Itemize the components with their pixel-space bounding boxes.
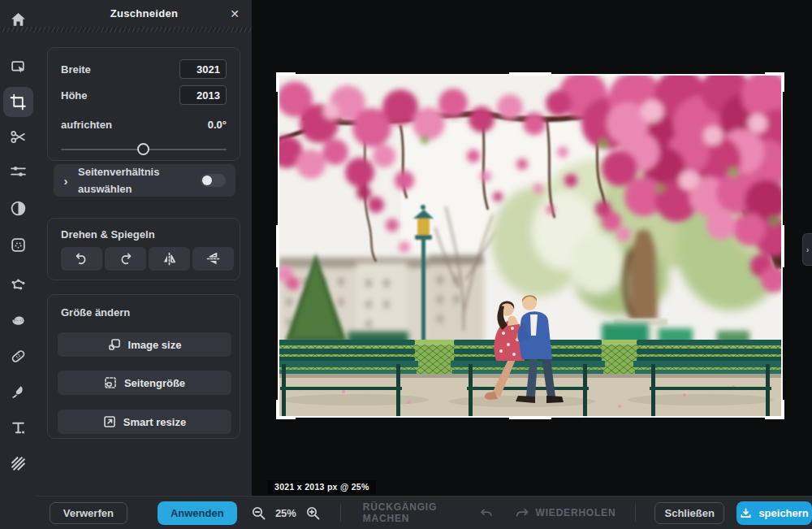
panel-title: Zuschneiden [110, 7, 178, 20]
download-icon [740, 507, 752, 519]
chevron-right-icon: › [806, 245, 810, 254]
panel-perforation-divider [0, 27, 252, 33]
flip-vertical-button[interactable] [192, 247, 234, 271]
redo-label: WIEDERHOLEN [536, 507, 616, 518]
spiral-icon [10, 312, 27, 329]
image-size-button[interactable]: Image size [58, 332, 231, 357]
page-size-icon [104, 376, 117, 389]
rotate-left-icon [75, 252, 89, 266]
draw-tool-button[interactable] [0, 375, 37, 408]
undo-button[interactable]: RÜCKGÄNGIG MACHEN [363, 501, 492, 524]
crop-tool-button[interactable] [0, 85, 37, 118]
editor-canvas: 3021 x 2013 px @ 25% › [252, 0, 812, 496]
chevron-right-icon: › [54, 174, 78, 188]
image-size-icon [108, 338, 121, 351]
straighten-slider[interactable] [61, 143, 227, 156]
zoom-in-icon [305, 505, 321, 521]
right-panel-collapse-tab[interactable]: › [802, 233, 812, 266]
close-icon[interactable]: ✕ [226, 5, 244, 23]
crop-handle-left[interactable] [276, 225, 279, 267]
zoom-controls: 25% [251, 505, 321, 521]
page-size-button[interactable]: Seitengröße [58, 371, 231, 395]
rotate-left-button[interactable] [61, 247, 102, 271]
width-input[interactable] [179, 59, 227, 79]
rotate-right-icon [119, 252, 132, 266]
redo-icon [516, 508, 529, 518]
panel-header: Zuschneiden ✕ [37, 0, 252, 27]
crop-tool-panel: Zuschneiden ✕ Breite Höhe aufrichten 0.0… [37, 0, 252, 496]
brush-icon [10, 384, 27, 401]
save-button-label: speichern [758, 507, 808, 519]
effects-tool-button[interactable] [0, 268, 37, 301]
width-label: Breite [61, 63, 91, 76]
aspect-ratio-toggle[interactable] [201, 174, 226, 187]
height-input[interactable] [179, 85, 227, 105]
arrange-tool-button[interactable] [0, 50, 37, 83]
zoom-out-button[interactable] [251, 505, 266, 521]
crop-icon [10, 93, 27, 111]
rotate-flip-label: Drehen & Spiegeln [61, 228, 155, 241]
crop-handle-bottom-left[interactable] [276, 400, 296, 419]
flip-vertical-icon [206, 252, 220, 266]
hatch-icon [10, 455, 27, 472]
resize-card: Größe ändern Image size Seitengröße Smar… [47, 294, 240, 439]
aspect-ratio-row[interactable]: › Seitenverhältnis auswählen [54, 164, 235, 197]
discard-button[interactable]: Verwerfen [50, 502, 127, 524]
app-window: 3021 x 2013 px @ 25% › Zuschneiden ✕ Bre… [0, 0, 812, 529]
scissors-icon [10, 128, 27, 145]
rotate-flip-card: Drehen & Spiegeln [47, 218, 240, 280]
crop-handle-bottom-right[interactable] [765, 400, 784, 419]
contrast-tool-button[interactable] [0, 192, 37, 224]
resize-label: Größe ändern [61, 306, 130, 319]
crop-handle-right[interactable] [781, 225, 784, 267]
undo-icon [480, 508, 492, 518]
zoom-in-button[interactable] [305, 505, 321, 521]
crop-handle-bottom[interactable] [509, 416, 551, 419]
straighten-value: 0.0° [208, 119, 227, 131]
close-editor-button[interactable]: Schließen [654, 502, 724, 524]
image-status: 3021 x 2013 px @ 25% [268, 480, 376, 494]
page-size-button-label: Seitengröße [124, 377, 185, 389]
bandage-icon [10, 348, 27, 365]
zoom-level[interactable]: 25% [275, 507, 296, 519]
crop-handle-top-left[interactable] [276, 72, 296, 92]
heal-tool-button[interactable] [0, 340, 37, 372]
dimensions-card: Breite Höhe aufrichten 0.0° [47, 47, 240, 161]
text-tool-button[interactable] [0, 411, 37, 444]
grain-square-icon [10, 236, 27, 254]
divider [635, 504, 636, 522]
straighten-label: aufrichten [61, 119, 112, 131]
smart-resize-button[interactable]: Smart resize [58, 410, 231, 434]
flip-horizontal-icon [162, 252, 176, 266]
home-icon [10, 11, 27, 28]
liquify-tool-button[interactable] [0, 304, 37, 336]
crop-handle-top[interactable] [509, 72, 551, 76]
undo-label: RÜCKGÄNGIG MACHEN [363, 501, 473, 524]
tool-sidebar [0, 0, 37, 529]
adjust-tool-button[interactable] [0, 155, 37, 188]
sliders-icon [10, 163, 27, 180]
cut-tool-button[interactable] [0, 120, 37, 153]
flip-horizontal-button[interactable] [149, 247, 190, 271]
nodes-icon [10, 276, 27, 293]
save-button[interactable]: speichern [736, 501, 812, 525]
image-size-button-label: Image size [128, 339, 182, 351]
retouch-tool-button[interactable] [0, 228, 37, 261]
toggle-knob [202, 176, 212, 185]
height-label: Höhe [61, 89, 88, 102]
pattern-tool-button[interactable] [0, 447, 37, 479]
contrast-icon [10, 200, 27, 217]
crop-border[interactable] [278, 74, 783, 418]
crop-area[interactable] [279, 75, 782, 417]
divider [340, 504, 341, 522]
apply-button[interactable]: Anwenden [158, 501, 237, 525]
crop-handle-top-right[interactable] [765, 72, 784, 92]
aspect-ratio-label: Seitenverhältnis auswählen [78, 163, 182, 197]
zoom-out-icon [251, 505, 266, 521]
arrange-icon [10, 59, 27, 76]
smart-resize-button-label: Smart resize [123, 416, 186, 428]
redo-button[interactable]: WIEDERHOLEN [516, 507, 616, 518]
rotate-right-button[interactable] [105, 247, 146, 271]
slider-thumb[interactable] [137, 143, 149, 155]
bottom-bar: Verwerfen Anwenden 25% RÜCKGÄNGIG MACHEN [37, 496, 812, 529]
